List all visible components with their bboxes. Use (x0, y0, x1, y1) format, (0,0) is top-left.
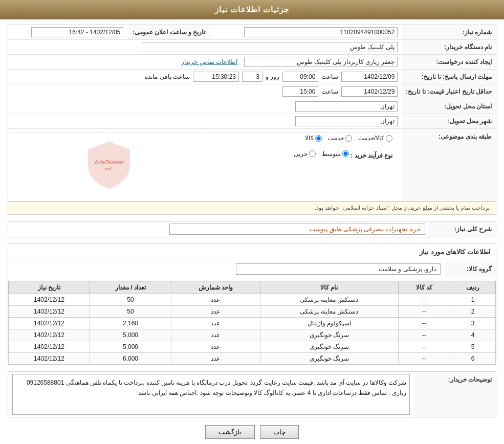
cell-tedad: 6,000 (90, 353, 171, 365)
row-mohlat: مهلت ارسال پاسخ: تا تاریخ: 1402/12/09 سا… (8, 70, 496, 84)
cell-tarikh: 1402/12/12 (9, 294, 90, 306)
shomara-label: شماره نیاز: (402, 25, 496, 40)
goroh-row: گروه کالا: دارو، پزشکی و سلامت (8, 261, 496, 277)
cell-name: سرنگ خونگیری (260, 329, 398, 341)
row-shahr: شهر محل تحویل: تهران (8, 114, 496, 129)
cell-vahed: عدد (171, 341, 260, 353)
contact-link[interactable]: اطلاعات تماس خریدار (181, 58, 237, 65)
watermark-text: AriaTender.net (94, 159, 124, 171)
dastgah-input: پلی کلینیک طوس (142, 42, 398, 52)
shrh-input: خرید تجهیزات مصرفی پزشکی طبق پیوست (169, 224, 425, 235)
info-section: شماره نیاز: 1102094491000052 تاریخ و ساع… (8, 25, 496, 215)
cell-tedad: 2,160 (90, 318, 171, 329)
col-radif: ردیف (450, 281, 496, 294)
print-button[interactable]: چاپ (260, 425, 299, 439)
shahr-value: تهران (8, 114, 402, 129)
radio-kala-khadamat[interactable]: کالا/خدمت (358, 135, 392, 142)
cell-radif: 2 (450, 306, 496, 318)
shahr-input: تهران (295, 116, 398, 126)
mohlat-value: 1402/12/09 ساعت 09:00 روز و 3 15:30:23 س… (8, 70, 402, 84)
cell-kod: -- (398, 306, 450, 318)
bottom-buttons: چاپ بازگشت (8, 425, 496, 439)
mohlat-saat-label: ساعت (321, 73, 338, 80)
cell-name: دستکش معاینه پزشکی (260, 294, 398, 306)
radio-kala-khadamat-input[interactable] (386, 135, 392, 142)
hadaqal-date: 1402/12/29 (341, 86, 398, 97)
radio-kala-khadamat-label: کالا/خدمت (358, 135, 384, 142)
mohlat-baqi-label: ساعت باقی مانده (145, 73, 190, 80)
cell-radif: 5 (450, 341, 496, 353)
radio-khadamat-label: خدمت (328, 135, 344, 142)
radio-jazii-input[interactable] (309, 150, 316, 157)
radio-motavasset[interactable]: متوسط (322, 150, 349, 158)
cell-name: اسپکولوم واژینال (260, 318, 398, 329)
cell-name: سرنگ خونگیری (260, 353, 398, 365)
cell-tarikh: 1402/12/12 (9, 329, 90, 341)
hadaqal-saat-label: ساعت (321, 88, 338, 95)
mohlat-roz-label: روز و (266, 73, 279, 80)
radio-jazii[interactable]: جزیی (294, 150, 316, 158)
noe-radio-group: متوسط جزیی (294, 150, 349, 158)
cell-radif: 3 (450, 318, 496, 329)
watermark-container: AriaTender.net (17, 135, 201, 196)
shrh-row: شرح کلی نیاز: خرید تجهیزات مصرفی پزشکی ط… (8, 221, 496, 237)
cell-kod: -- (398, 353, 450, 365)
ostan-label: استان محل تحویل: (402, 99, 496, 114)
col-tarikh: تاریخ نیاز (9, 281, 90, 294)
mohlat-label: مهلت ارسال پاسخ: تا تاریخ: (402, 70, 496, 84)
ijad-value: جعفر زیاری کاربرداز پلی کلینیک طوس اطلاع… (8, 55, 402, 70)
row-ostan: استان محل تحویل: تهران (8, 99, 496, 114)
notice-row: پرداخت تمام یا بخشی از مبلغ خرید،از محل … (8, 202, 496, 215)
radio-kala-label: کالا (305, 135, 314, 142)
col-tedad: تعداد / مقدار (90, 281, 171, 294)
cell-vahed: عدد (171, 353, 260, 365)
col-name: نام کالا (260, 281, 398, 294)
cell-kod: -- (398, 294, 450, 306)
tabaqe-noe-watermark: کالا/خدمت خدمت کالا (8, 129, 402, 202)
shomara-input: 1102094491000052 (244, 27, 398, 37)
table-row: 5 -- سرنگ خونگیری عدد 5,000 1402/12/12 (9, 341, 496, 353)
shrh-label: شرح کلی نیاز: (429, 221, 496, 237)
inner-row: کالا/خدمت خدمت کالا (13, 132, 397, 198)
dastgah-label: نام دستگاه خریدار: (402, 40, 496, 55)
cell-tedad: 5,000 (90, 341, 171, 353)
table-row: 6 -- سرنگ خونگیری عدد 6,000 1402/12/12 (9, 353, 496, 365)
cell-tedad: 5,000 (90, 329, 171, 341)
col-vahed: واحد شمارش (171, 281, 260, 294)
cell-vahed: عدد (171, 294, 260, 306)
radio-jazii-label: جزیی (294, 150, 308, 158)
cell-vahed: عدد (171, 318, 260, 329)
tabaqe-radio-cell: کالا/خدمت خدمت کالا (206, 132, 397, 198)
radio-khadamat[interactable]: خدمت (328, 135, 352, 142)
shrh-value: خرید تجهیزات مصرفی پزشکی طبق پیوست (8, 221, 429, 237)
cell-tedad: 50 (90, 306, 171, 318)
table-head: ردیف کد کالا نام کالا واحد شمارش تعداد /… (9, 281, 496, 294)
tarikh-label: تاریخ و ساعت اعلان عمومی: (127, 25, 209, 40)
ostan-input: تهران (295, 101, 398, 112)
radio-motavasset-label: متوسط (322, 150, 341, 158)
info-table: شماره نیاز: 1102094491000052 تاریخ و ساع… (8, 25, 496, 214)
table-row: 1 -- دستکش معاینه پزشکی عدد 50 1402/12/1… (9, 294, 496, 306)
cell-vahed: عدد (171, 329, 260, 341)
notice-text: پرداخت تمام یا بخشی از مبلغ خرید،از محل … (8, 202, 496, 215)
row-dastgah: نام دستگاه خریدار: پلی کلینیک طوس (8, 40, 496, 55)
mohlat-date: 1402/12/09 (341, 72, 398, 82)
hadaqal-value: 1402/12/29 ساعت 15:00 (8, 84, 402, 99)
table-row: 4 -- سرنگ خونگیری عدد 5,000 1402/12/12 (9, 329, 496, 341)
tozi-value: شرکت وکالاها در سایت آی مد باشد .قیمت سا… (8, 372, 414, 417)
tozi-row: توضیحات خریدار: شرکت وکالاها در سایت آی … (8, 372, 496, 417)
radio-kala-input[interactable] (315, 135, 322, 142)
table-body: 1 -- دستکش معاینه پزشکی عدد 50 1402/12/1… (9, 294, 496, 365)
table-row: 3 -- اسپکولوم واژینال عدد 2,160 1402/12/… (9, 318, 496, 329)
tabaqe-label: طبقه بندی موضوعی: (402, 129, 496, 202)
tozi-box: شرکت وکالاها در سایت آی مد باشد .قیمت سا… (12, 374, 410, 415)
back-button[interactable]: بازگشت (205, 425, 255, 439)
radio-motavasset-input[interactable] (342, 150, 349, 157)
hadaqal-saat: 15:00 (282, 86, 318, 97)
kala-table: ردیف کد کالا نام کالا واحد شمارش تعداد /… (8, 281, 496, 365)
radio-khadamat-input[interactable] (345, 135, 352, 142)
radio-kala[interactable]: کالا (305, 135, 322, 142)
cell-kod: -- (398, 329, 450, 341)
watermark-cell: AriaTender.net (13, 132, 205, 198)
cell-radif: 4 (450, 329, 496, 341)
